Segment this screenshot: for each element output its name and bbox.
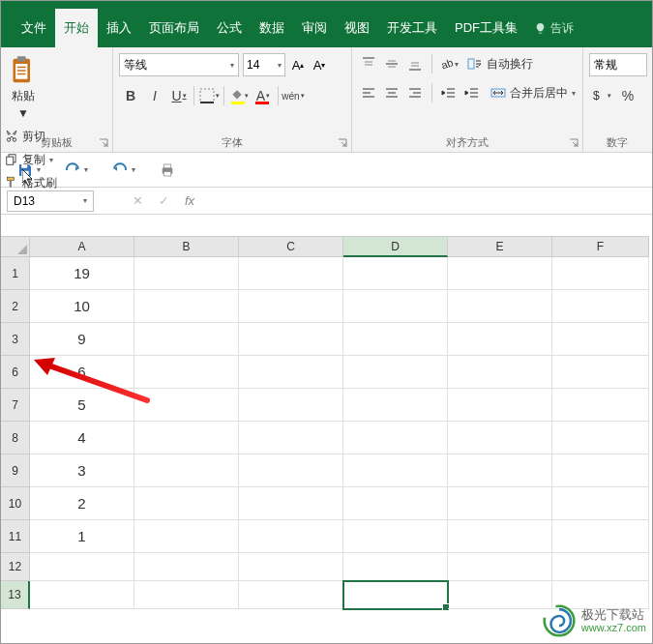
col-header-F[interactable]: F (552, 236, 649, 257)
row-header-3[interactable]: 3 (1, 323, 30, 356)
cell-C10[interactable] (239, 487, 343, 520)
cell-A8[interactable]: 4 (30, 422, 134, 454)
cell-E10[interactable] (448, 487, 552, 520)
font-size-select[interactable]: 14▾ (243, 53, 285, 76)
cell-F10[interactable] (552, 487, 649, 520)
menu-home[interactable]: 开始 (55, 9, 98, 47)
cell-D9[interactable] (343, 454, 448, 487)
cell-A3[interactable]: 9 (30, 323, 134, 356)
cell-A11[interactable]: 1 (30, 520, 134, 553)
cell-E12[interactable] (448, 553, 552, 581)
cell-F6[interactable] (552, 356, 649, 389)
cell-A2[interactable]: 10 (30, 290, 134, 323)
increase-font-icon[interactable]: A▴ (289, 53, 307, 76)
italic-button[interactable]: I (143, 84, 166, 107)
print-button[interactable] (159, 161, 176, 179)
number-format-select[interactable]: 常规 (589, 53, 647, 76)
undo-button[interactable]: ▾ (111, 162, 135, 178)
save-button[interactable]: ▾ (16, 161, 41, 179)
fx-icon[interactable]: fx (185, 193, 194, 208)
cell-D8[interactable] (343, 422, 448, 454)
align-top-icon[interactable] (358, 53, 379, 74)
merge-center-button[interactable]: 合并后居中▾ (490, 82, 576, 103)
row-header-2[interactable]: 2 (1, 290, 30, 323)
row-header-10[interactable]: 10 (1, 487, 30, 520)
col-header-E[interactable]: E (448, 236, 552, 257)
row-header-7[interactable]: 7 (1, 389, 30, 422)
cell-B12[interactable] (134, 553, 239, 581)
cell-D1[interactable] (343, 257, 448, 290)
wrap-text-button[interactable]: 自动换行 (467, 53, 533, 74)
fill-color-button[interactable]: ▾ (227, 84, 251, 107)
cell-F2[interactable] (552, 290, 649, 323)
menu-dev[interactable]: 开发工具 (378, 9, 446, 47)
col-header-A[interactable]: A (30, 236, 134, 257)
cell-E11[interactable] (448, 520, 552, 553)
cell-B2[interactable] (134, 290, 239, 323)
cell-F9[interactable] (552, 454, 649, 487)
cell-F11[interactable] (552, 520, 649, 553)
menu-formula[interactable]: 公式 (208, 9, 251, 47)
cell-C12[interactable] (239, 553, 343, 581)
cell-E8[interactable] (448, 422, 552, 454)
cancel-icon[interactable]: ✕ (133, 193, 143, 208)
cell-E7[interactable] (448, 389, 552, 422)
col-header-C[interactable]: C (239, 236, 343, 257)
cell-E3[interactable] (448, 323, 552, 356)
cell-D13[interactable] (343, 581, 448, 609)
cell-C9[interactable] (239, 454, 343, 487)
menu-insert[interactable]: 插入 (98, 9, 140, 47)
cell-F7[interactable] (552, 389, 649, 422)
col-header-D[interactable]: D (343, 236, 448, 257)
cell-C13[interactable] (239, 581, 343, 609)
cell-C11[interactable] (239, 520, 343, 553)
underline-button[interactable]: U▾ (167, 84, 191, 107)
cell-B1[interactable] (134, 257, 239, 290)
font-color-button[interactable]: A▾ (252, 84, 275, 107)
align-center-icon[interactable] (381, 82, 402, 103)
paste-button[interactable]: 粘贴 ▼ (5, 51, 42, 120)
cell-A6[interactable]: 6 (30, 356, 134, 389)
cell-B3[interactable] (134, 323, 239, 356)
cell-D10[interactable] (343, 487, 448, 520)
cell-C6[interactable] (239, 356, 343, 389)
cell-C7[interactable] (239, 389, 343, 422)
orientation-icon[interactable]: ab▾ (438, 53, 460, 74)
menu-pdf[interactable]: PDF工具集 (446, 9, 526, 47)
align-left-icon[interactable] (358, 82, 379, 103)
cell-C2[interactable] (239, 290, 343, 323)
cell-A13[interactable] (30, 581, 134, 609)
row-header-12[interactable]: 12 (1, 553, 30, 581)
cell-A7[interactable]: 5 (30, 389, 134, 422)
cell-D3[interactable] (343, 323, 448, 356)
row-header-11[interactable]: 11 (1, 520, 30, 553)
tell-me[interactable]: 告诉 (534, 9, 574, 47)
cell-E9[interactable] (448, 454, 552, 487)
cell-E1[interactable] (448, 257, 552, 290)
menu-file[interactable]: 文件 (13, 9, 55, 47)
row-header-1[interactable]: 1 (1, 257, 30, 290)
cell-F8[interactable] (552, 422, 649, 454)
decrease-indent-icon[interactable] (438, 82, 460, 103)
increase-indent-icon[interactable] (461, 82, 483, 103)
cell-B7[interactable] (134, 389, 239, 422)
cell-D12[interactable] (343, 553, 448, 581)
cell-F12[interactable] (552, 553, 649, 581)
phonetic-button[interactable]: wén▾ (282, 84, 305, 107)
cell-D7[interactable] (343, 389, 448, 422)
border-button[interactable]: ▾ (197, 84, 221, 107)
menu-view[interactable]: 视图 (336, 9, 378, 47)
cell-A1[interactable]: 19 (30, 257, 134, 290)
cell-A10[interactable]: 2 (30, 487, 134, 520)
row-header-9[interactable]: 9 (1, 454, 30, 487)
menu-data[interactable]: 数据 (251, 9, 293, 47)
cell-B11[interactable] (134, 520, 239, 553)
menu-review[interactable]: 审阅 (293, 9, 336, 47)
row-header-13[interactable]: 13 (1, 581, 30, 609)
cell-B10[interactable] (134, 487, 239, 520)
cell-E13[interactable] (448, 581, 552, 609)
row-header-6[interactable]: 6 (1, 356, 30, 389)
cell-D6[interactable] (343, 356, 448, 389)
bold-button[interactable]: B (119, 84, 142, 107)
dialog-launcher-icon[interactable] (569, 138, 579, 148)
